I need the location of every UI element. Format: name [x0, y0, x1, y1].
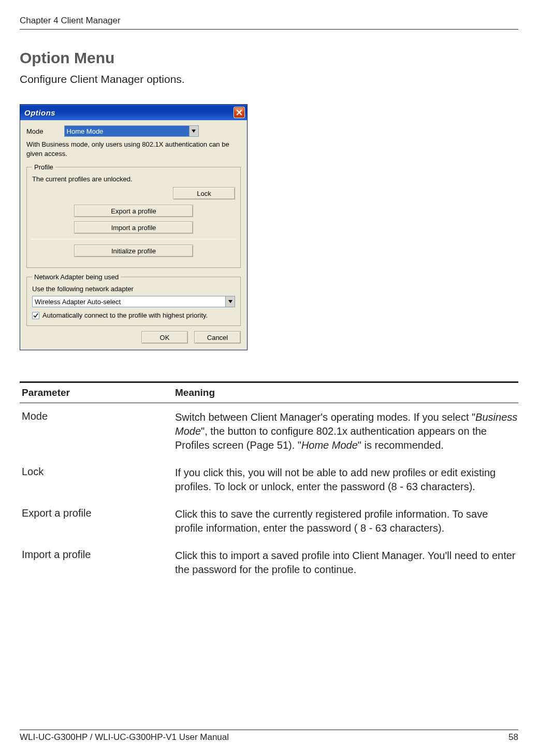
cell-param: Import a profile [20, 549, 175, 577]
close-button[interactable] [234, 107, 245, 118]
auto-connect-checkbox-row[interactable]: Automatically connect to the profile wit… [32, 311, 235, 319]
adapter-group: Network Adapter being used Use the follo… [26, 273, 241, 326]
th-meaning: Meaning [175, 387, 518, 398]
adapter-use-label: Use the following network adapter [32, 285, 235, 293]
mode-dropdown[interactable]: Home Mode [64, 125, 199, 137]
page-footer: WLI-UC-G300HP / WLI-UC-G300HP-V1 User Ma… [20, 730, 518, 743]
text: " is recommended. [358, 439, 444, 451]
footer-manual-name: WLI-UC-G300HP / WLI-UC-G300HP-V1 User Ma… [20, 732, 229, 743]
chevron-down-icon [189, 126, 198, 136]
profile-group: Profile The current profiles are unlocke… [26, 163, 241, 268]
table-row: Export a profile Click this to save the … [20, 507, 518, 549]
export-profile-button[interactable]: Export a profile [74, 205, 193, 217]
adapter-dropdown[interactable]: Wireless Adapter Auto-select [32, 296, 235, 307]
cell-meaning: Switch between Client Manager's operatin… [175, 410, 518, 452]
cell-param: Export a profile [20, 507, 175, 535]
auto-connect-label: Automatically connect to the profile wit… [42, 311, 208, 319]
cell-meaning: Click this to save the currently registe… [175, 507, 518, 535]
table-header: Parameter Meaning [20, 381, 518, 403]
chevron-down-icon [225, 296, 235, 307]
table-row: Mode Switch between Client Manager's ope… [20, 410, 518, 466]
cell-meaning: If you click this, you will not be able … [175, 466, 518, 494]
options-dialog: Options Mode Home Mode With Business mod… [20, 104, 248, 350]
th-parameter: Parameter [20, 387, 175, 398]
initialize-profile-button[interactable]: Initialize profile [74, 245, 193, 257]
close-icon [236, 109, 242, 116]
footer-page-number: 58 [508, 732, 518, 743]
table-row: Import a profile Click this to import a … [20, 549, 518, 590]
check-icon [33, 313, 38, 318]
page-header: Chapter 4 Client Manager [20, 16, 518, 30]
mode-note: With Business mode, only users using 802… [26, 140, 241, 158]
section-subtitle: Configure Client Manager options. [20, 73, 518, 85]
dialog-titlebar: Options [20, 105, 247, 120]
mode-label: Mode [26, 127, 43, 135]
cell-meaning: Click this to import a saved profile int… [175, 549, 518, 577]
cell-param: Lock [20, 466, 175, 494]
text-italic: Home Mode [301, 439, 358, 451]
dialog-title: Options [24, 108, 55, 117]
profile-legend: Profile [32, 163, 55, 171]
table-row: Lock If you click this, you will not be … [20, 466, 518, 507]
lock-button[interactable]: Lock [173, 187, 235, 199]
adapter-dropdown-value: Wireless Adapter Auto-select [33, 296, 225, 307]
mode-dropdown-value: Home Mode [65, 126, 189, 136]
profile-status-text: The current profiles are unlocked. [32, 175, 235, 183]
ok-button[interactable]: OK [141, 331, 188, 344]
divider [31, 239, 236, 239]
section-title: Option Menu [20, 49, 518, 67]
adapter-legend: Network Adapter being used [32, 273, 121, 281]
cell-param: Mode [20, 410, 175, 452]
import-profile-button[interactable]: Import a profile [74, 221, 193, 234]
cancel-button[interactable]: Cancel [194, 331, 241, 344]
auto-connect-checkbox[interactable] [32, 312, 39, 319]
text: Switch between Client Manager's operatin… [175, 411, 475, 423]
table-body: Mode Switch between Client Manager's ope… [20, 410, 518, 590]
